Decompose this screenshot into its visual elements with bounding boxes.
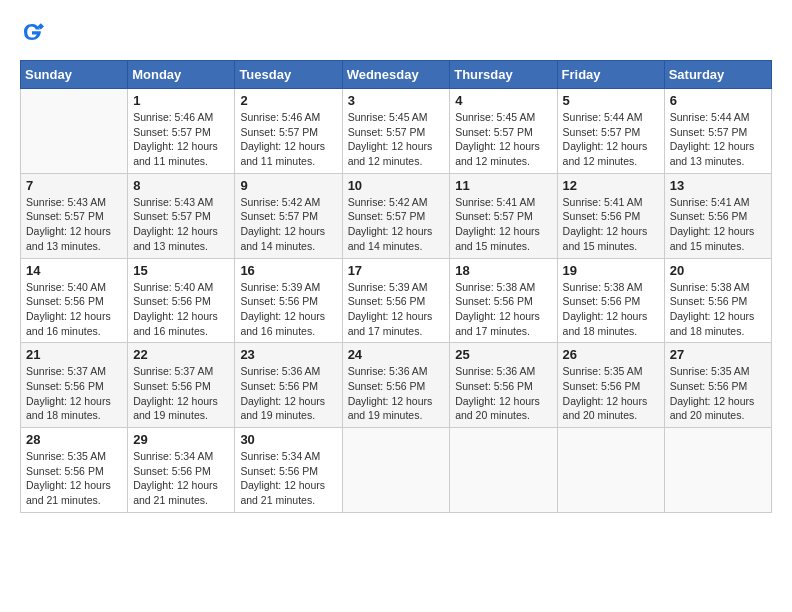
day-info: Sunrise: 5:40 AM Sunset: 5:56 PM Dayligh… [133, 280, 229, 339]
day-number: 21 [26, 347, 122, 362]
calendar-cell: 8Sunrise: 5:43 AM Sunset: 5:57 PM Daylig… [128, 173, 235, 258]
day-number: 11 [455, 178, 551, 193]
calendar-cell: 20Sunrise: 5:38 AM Sunset: 5:56 PM Dayli… [664, 258, 771, 343]
day-number: 5 [563, 93, 659, 108]
calendar-cell: 17Sunrise: 5:39 AM Sunset: 5:56 PM Dayli… [342, 258, 450, 343]
day-info: Sunrise: 5:35 AM Sunset: 5:56 PM Dayligh… [26, 449, 122, 508]
calendar-header-row: SundayMondayTuesdayWednesdayThursdayFrid… [21, 61, 772, 89]
day-number: 18 [455, 263, 551, 278]
header-friday: Friday [557, 61, 664, 89]
header-saturday: Saturday [664, 61, 771, 89]
day-info: Sunrise: 5:46 AM Sunset: 5:57 PM Dayligh… [133, 110, 229, 169]
calendar-week-4: 21Sunrise: 5:37 AM Sunset: 5:56 PM Dayli… [21, 343, 772, 428]
day-number: 8 [133, 178, 229, 193]
calendar-cell: 4Sunrise: 5:45 AM Sunset: 5:57 PM Daylig… [450, 89, 557, 174]
day-number: 28 [26, 432, 122, 447]
day-info: Sunrise: 5:36 AM Sunset: 5:56 PM Dayligh… [348, 364, 445, 423]
day-info: Sunrise: 5:46 AM Sunset: 5:57 PM Dayligh… [240, 110, 336, 169]
calendar-week-3: 14Sunrise: 5:40 AM Sunset: 5:56 PM Dayli… [21, 258, 772, 343]
day-info: Sunrise: 5:37 AM Sunset: 5:56 PM Dayligh… [26, 364, 122, 423]
calendar-cell [21, 89, 128, 174]
day-number: 3 [348, 93, 445, 108]
day-number: 4 [455, 93, 551, 108]
day-info: Sunrise: 5:38 AM Sunset: 5:56 PM Dayligh… [563, 280, 659, 339]
page-header [20, 20, 772, 44]
calendar-cell: 10Sunrise: 5:42 AM Sunset: 5:57 PM Dayli… [342, 173, 450, 258]
day-number: 24 [348, 347, 445, 362]
calendar-cell: 30Sunrise: 5:34 AM Sunset: 5:56 PM Dayli… [235, 428, 342, 513]
day-number: 13 [670, 178, 766, 193]
day-info: Sunrise: 5:39 AM Sunset: 5:56 PM Dayligh… [240, 280, 336, 339]
day-info: Sunrise: 5:44 AM Sunset: 5:57 PM Dayligh… [563, 110, 659, 169]
day-info: Sunrise: 5:41 AM Sunset: 5:57 PM Dayligh… [455, 195, 551, 254]
day-number: 17 [348, 263, 445, 278]
day-number: 1 [133, 93, 229, 108]
day-number: 19 [563, 263, 659, 278]
calendar-cell [557, 428, 664, 513]
calendar-cell [664, 428, 771, 513]
day-info: Sunrise: 5:44 AM Sunset: 5:57 PM Dayligh… [670, 110, 766, 169]
calendar-cell: 1Sunrise: 5:46 AM Sunset: 5:57 PM Daylig… [128, 89, 235, 174]
day-number: 16 [240, 263, 336, 278]
calendar-cell: 11Sunrise: 5:41 AM Sunset: 5:57 PM Dayli… [450, 173, 557, 258]
calendar-week-5: 28Sunrise: 5:35 AM Sunset: 5:56 PM Dayli… [21, 428, 772, 513]
day-info: Sunrise: 5:35 AM Sunset: 5:56 PM Dayligh… [670, 364, 766, 423]
header-monday: Monday [128, 61, 235, 89]
day-info: Sunrise: 5:43 AM Sunset: 5:57 PM Dayligh… [26, 195, 122, 254]
day-number: 7 [26, 178, 122, 193]
day-number: 10 [348, 178, 445, 193]
day-info: Sunrise: 5:42 AM Sunset: 5:57 PM Dayligh… [348, 195, 445, 254]
day-info: Sunrise: 5:34 AM Sunset: 5:56 PM Dayligh… [240, 449, 336, 508]
calendar-cell: 27Sunrise: 5:35 AM Sunset: 5:56 PM Dayli… [664, 343, 771, 428]
calendar-cell: 28Sunrise: 5:35 AM Sunset: 5:56 PM Dayli… [21, 428, 128, 513]
calendar-cell: 29Sunrise: 5:34 AM Sunset: 5:56 PM Dayli… [128, 428, 235, 513]
day-info: Sunrise: 5:36 AM Sunset: 5:56 PM Dayligh… [240, 364, 336, 423]
logo-icon [20, 20, 44, 44]
calendar-cell: 21Sunrise: 5:37 AM Sunset: 5:56 PM Dayli… [21, 343, 128, 428]
day-info: Sunrise: 5:34 AM Sunset: 5:56 PM Dayligh… [133, 449, 229, 508]
calendar-cell [342, 428, 450, 513]
calendar-cell: 19Sunrise: 5:38 AM Sunset: 5:56 PM Dayli… [557, 258, 664, 343]
calendar-cell: 22Sunrise: 5:37 AM Sunset: 5:56 PM Dayli… [128, 343, 235, 428]
day-number: 30 [240, 432, 336, 447]
calendar-cell: 9Sunrise: 5:42 AM Sunset: 5:57 PM Daylig… [235, 173, 342, 258]
day-number: 29 [133, 432, 229, 447]
logo [20, 20, 48, 44]
calendar-cell: 2Sunrise: 5:46 AM Sunset: 5:57 PM Daylig… [235, 89, 342, 174]
calendar-cell [450, 428, 557, 513]
calendar-cell: 23Sunrise: 5:36 AM Sunset: 5:56 PM Dayli… [235, 343, 342, 428]
day-info: Sunrise: 5:41 AM Sunset: 5:56 PM Dayligh… [563, 195, 659, 254]
header-thursday: Thursday [450, 61, 557, 89]
calendar-cell: 25Sunrise: 5:36 AM Sunset: 5:56 PM Dayli… [450, 343, 557, 428]
day-info: Sunrise: 5:38 AM Sunset: 5:56 PM Dayligh… [455, 280, 551, 339]
header-sunday: Sunday [21, 61, 128, 89]
day-info: Sunrise: 5:45 AM Sunset: 5:57 PM Dayligh… [455, 110, 551, 169]
day-number: 22 [133, 347, 229, 362]
calendar-cell: 3Sunrise: 5:45 AM Sunset: 5:57 PM Daylig… [342, 89, 450, 174]
calendar-cell: 16Sunrise: 5:39 AM Sunset: 5:56 PM Dayli… [235, 258, 342, 343]
calendar-cell: 15Sunrise: 5:40 AM Sunset: 5:56 PM Dayli… [128, 258, 235, 343]
day-number: 26 [563, 347, 659, 362]
calendar-cell: 14Sunrise: 5:40 AM Sunset: 5:56 PM Dayli… [21, 258, 128, 343]
calendar-cell: 12Sunrise: 5:41 AM Sunset: 5:56 PM Dayli… [557, 173, 664, 258]
day-info: Sunrise: 5:36 AM Sunset: 5:56 PM Dayligh… [455, 364, 551, 423]
header-tuesday: Tuesday [235, 61, 342, 89]
calendar-cell: 7Sunrise: 5:43 AM Sunset: 5:57 PM Daylig… [21, 173, 128, 258]
day-number: 6 [670, 93, 766, 108]
day-number: 14 [26, 263, 122, 278]
calendar-cell: 18Sunrise: 5:38 AM Sunset: 5:56 PM Dayli… [450, 258, 557, 343]
calendar-week-2: 7Sunrise: 5:43 AM Sunset: 5:57 PM Daylig… [21, 173, 772, 258]
day-number: 27 [670, 347, 766, 362]
day-info: Sunrise: 5:35 AM Sunset: 5:56 PM Dayligh… [563, 364, 659, 423]
day-number: 2 [240, 93, 336, 108]
day-info: Sunrise: 5:39 AM Sunset: 5:56 PM Dayligh… [348, 280, 445, 339]
day-info: Sunrise: 5:42 AM Sunset: 5:57 PM Dayligh… [240, 195, 336, 254]
day-info: Sunrise: 5:41 AM Sunset: 5:56 PM Dayligh… [670, 195, 766, 254]
calendar-cell: 26Sunrise: 5:35 AM Sunset: 5:56 PM Dayli… [557, 343, 664, 428]
calendar-cell: 6Sunrise: 5:44 AM Sunset: 5:57 PM Daylig… [664, 89, 771, 174]
calendar-cell: 5Sunrise: 5:44 AM Sunset: 5:57 PM Daylig… [557, 89, 664, 174]
calendar-week-1: 1Sunrise: 5:46 AM Sunset: 5:57 PM Daylig… [21, 89, 772, 174]
calendar-table: SundayMondayTuesdayWednesdayThursdayFrid… [20, 60, 772, 513]
day-info: Sunrise: 5:38 AM Sunset: 5:56 PM Dayligh… [670, 280, 766, 339]
day-info: Sunrise: 5:40 AM Sunset: 5:56 PM Dayligh… [26, 280, 122, 339]
